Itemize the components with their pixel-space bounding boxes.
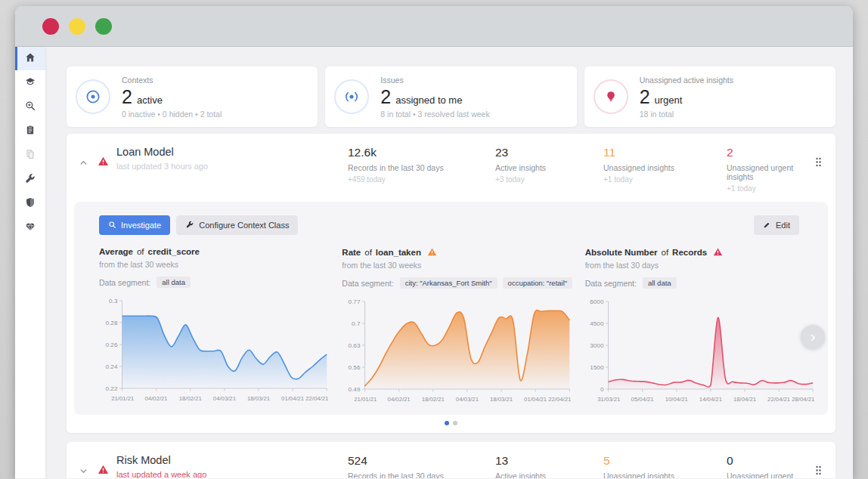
insights-summary-card: Unassigned active insights 2 urgent 18 i… [584,66,835,127]
summary-cards-row: Contexts 2 active 0 inactive • 0 hidden … [67,66,835,127]
svg-text:0.26: 0.26 [106,341,118,348]
stat-unassigned-insights: 5 Unassigned insights [603,454,727,478]
insights-card-value: 2 [640,86,650,108]
stat-active-insights-value: 23 [495,146,603,159]
risk-model-header: Risk Model last updated a week ago 524 R… [67,442,835,478]
stat-active-insights-delta: +3 today [495,175,603,184]
collapse-chevron-up-icon[interactable] [79,157,88,171]
sidebar-item-notebooks[interactable] [15,144,45,167]
svg-text:04/02/21: 04/02/21 [388,396,411,403]
svg-text:3000: 3000 [590,342,604,349]
chart-title: Average of credit_score [99,247,330,256]
chart-title: Rate of loan_taken [342,247,572,257]
close-window-button[interactable] [42,18,59,35]
svg-text:1500: 1500 [590,364,604,371]
loan-taken-area-chart[interactable]: 0.770.70.630.560.4921/01/2104/02/2118/02… [342,295,572,409]
svg-text:0.22: 0.22 [106,385,118,392]
risk-model-title-block: Risk Model last updated a week ago [116,454,206,478]
svg-text:22/04/21: 22/04/21 [305,395,328,402]
investigate-button[interactable]: Investigate [99,215,170,235]
configure-button-label: Configure Context Class [199,221,289,230]
svg-text:14/04/21: 14/04/21 [699,396,722,403]
svg-text:0.63: 0.63 [349,342,361,349]
drag-handle-icon[interactable] [812,156,825,170]
carousel-dot-2[interactable] [453,421,457,425]
chart-title-aggregation: Absolute Number [585,248,658,257]
svg-text:18/04/21: 18/04/21 [733,396,756,403]
loan-taken-chart-block: Rate of loan_taken from the last 30 week… [342,247,572,409]
search-icon [108,221,116,230]
data-segment-chips: city: "Arkansas_Fort Smith"occupation: "… [400,277,573,289]
stat-active-insights-label: Active insights [495,471,603,478]
issues-card-label: Issues [380,76,489,85]
stat-active-insights-label: Active insights [495,163,603,172]
sidebar-item-insights[interactable] [15,216,45,240]
edit-button-label: Edit [776,221,790,230]
expand-chevron-down-icon[interactable] [79,465,88,478]
data-segment-label: Data segment: [342,279,393,288]
notebook-icon [24,148,36,163]
contexts-card-value: 2 [122,86,132,108]
chart-subtitle: from the last 30 days [585,261,816,270]
svg-text:0.77: 0.77 [349,298,361,305]
configure-context-class-button[interactable]: Configure Context Class [176,215,298,235]
svg-text:01/04/21: 01/04/21 [524,396,547,403]
stat-urgent-insights-label: Unassigned urgent insights [727,471,812,478]
sidebar [15,47,45,478]
chart-title-connector: of [662,248,669,257]
carousel-dot-1[interactable] [445,421,449,425]
shield-icon [24,196,36,212]
credit-score-area-chart[interactable]: 0.30.280.260.240.2221/01/2104/02/2118/02… [99,295,330,408]
issues-card-subtext: 8 in total • 3 resolved last week [380,110,489,119]
chart-title-connector: of [364,248,372,257]
edit-button[interactable]: Edit [754,215,799,235]
sidebar-item-configure[interactable] [15,168,45,191]
stat-unassigned-insights-label: Unassigned insights [603,163,727,172]
data-segment-row: Data segment: all data [99,276,330,289]
insights-card-label: Unassigned active insights [640,76,733,85]
records-chart-block: Absolute Number of Records from the last… [585,247,816,409]
zoom-in-icon [24,100,36,115]
sidebar-item-security[interactable] [15,192,45,215]
stat-urgent-insights-value: 0 [727,454,812,468]
carousel-next-button[interactable]: › [801,325,825,349]
insights-card-suffix: urgent [655,94,683,106]
model-title: Risk Model [116,454,206,466]
sidebar-item-home[interactable] [15,47,45,70]
home-icon [24,51,36,66]
maximize-window-button[interactable] [95,18,112,35]
chart-subtitle: from the last 30 weeks [99,260,330,269]
model-warning-icon [98,464,109,478]
charts-row: Average of credit_score from the last 30… [99,247,816,409]
minimize-window-button[interactable] [69,18,85,35]
sidebar-item-reports[interactable] [15,119,45,143]
graduation-cap-icon [24,76,36,91]
sidebar-item-learn[interactable] [15,71,45,94]
main-content: Contexts 2 active 0 inactive • 0 hidden … [45,47,853,478]
loan-model-identity: Loan Model last updated 3 hours ago [77,146,348,171]
contexts-summary-card: Contexts 2 active 0 inactive • 0 hidden … [67,66,318,127]
investigate-button-label: Investigate [121,221,161,230]
model-last-updated: last updated 3 hours ago [116,162,208,171]
sidebar-item-investigate[interactable] [15,95,45,119]
drag-handle-icon[interactable] [812,465,825,478]
clipboard-icon [24,124,36,139]
contexts-card-label: Contexts [122,76,222,85]
risk-model-panel: Risk Model last updated a week ago 524 R… [67,442,835,478]
svg-text:0.7: 0.7 [352,320,361,327]
svg-text:0.49: 0.49 [349,386,361,393]
pencil-icon [763,221,771,230]
risk-model-identity: Risk Model last updated a week ago [77,454,348,478]
chart-title-metric: loan_taken [376,248,421,257]
carousel-dots [67,419,835,433]
loan-model-panel: Loan Model last updated 3 hours ago 12.6… [67,134,835,433]
contexts-card-texts: Contexts 2 active 0 inactive • 0 hidden … [122,76,222,119]
chart-title-aggregation: Average [99,247,133,256]
svg-text:18/02/21: 18/02/21 [422,396,445,403]
svg-text:04/03/21: 04/03/21 [213,395,236,402]
records-area-chart[interactable]: 6000450030001500031/03/2105/04/2110/04/2… [585,295,816,409]
data-segment-chips: all data [643,277,677,289]
data-segment-label: Data segment: [99,278,150,287]
svg-text:31/03/21: 31/03/21 [597,396,620,403]
data-segment-chips: all data [157,277,191,288]
